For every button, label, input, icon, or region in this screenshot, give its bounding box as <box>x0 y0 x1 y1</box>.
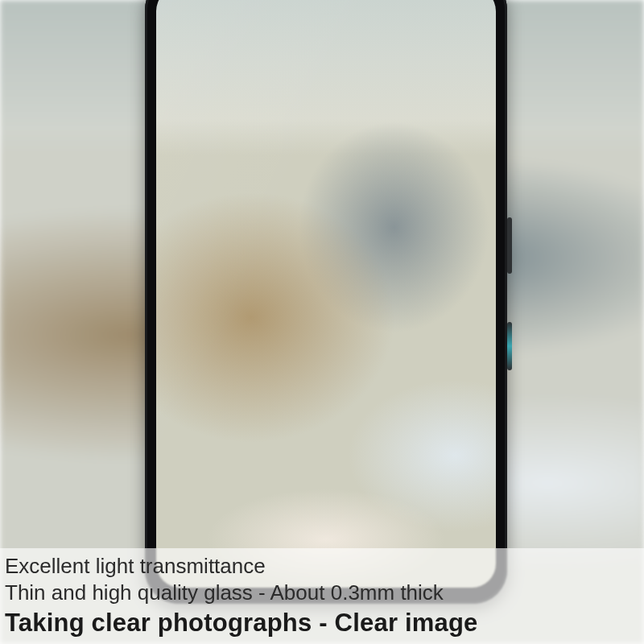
phone-volume-button <box>507 322 512 370</box>
caption-line-2: Thin and high quality glass - About 0.3m… <box>5 580 638 606</box>
phone-power-button <box>507 217 512 274</box>
phone-frame <box>145 0 507 604</box>
phone-screen-image <box>156 0 496 588</box>
caption-line-3: Taking clear photographs - Clear image <box>5 608 638 639</box>
caption-line-1: Excellent light transmittance <box>5 553 638 580</box>
caption-overlay: Excellent light transmittance Thin and h… <box>0 548 644 644</box>
